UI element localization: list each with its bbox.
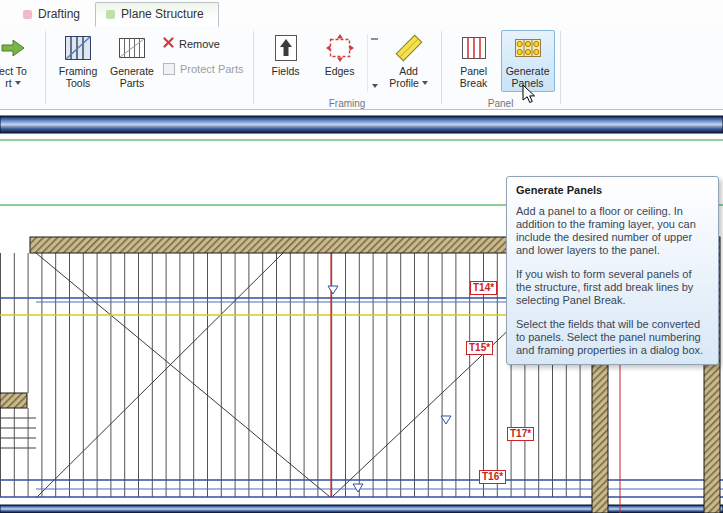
edges-label: Edges — [325, 66, 355, 78]
panel-tag-t14: T14* — [470, 281, 497, 295]
plane-structure-color-swatch — [106, 10, 115, 19]
tab-plane-structure[interactable]: Plane Structure — [95, 2, 219, 27]
framing-tools-label-2: Tools — [66, 78, 91, 90]
gallery-dash-icon — [371, 38, 378, 40]
group-framing: Fields Edges — [255, 27, 440, 110]
cutoff-button-line1: ect To — [0, 66, 27, 78]
panel-tag-t15: T15* — [466, 341, 493, 355]
drafting-color-swatch — [23, 10, 32, 19]
panel-tag-t16: T16* — [479, 470, 506, 484]
tooltip-title: Generate Panels — [516, 184, 709, 196]
add-profile-icon — [394, 33, 424, 63]
framing-tools-icon — [63, 33, 93, 63]
generate-parts-button[interactable]: Generate Parts — [105, 30, 159, 92]
bottom-beam-band — [0, 505, 723, 513]
panel-break-button[interactable]: Panel Break — [447, 30, 501, 92]
add-profile-caret-icon — [422, 81, 428, 85]
tab-plane-structure-label: Plane Structure — [121, 7, 204, 21]
group-framing-left: Framing Tools Generate — [47, 27, 252, 110]
generate-parts-icon — [117, 33, 147, 63]
tab-drafting-label: Drafting — [38, 7, 80, 21]
protect-parts-checkbox[interactable]: Protect Parts — [163, 61, 244, 76]
edges-button[interactable]: Edges — [313, 30, 367, 81]
panel-tag-t17: T17* — [507, 427, 534, 441]
generate-panels-icon — [513, 33, 543, 63]
joist-field-left-upper — [0, 253, 34, 393]
edges-gallery-more-button[interactable] — [367, 34, 382, 92]
cutoff-button-line2: rt — [5, 78, 11, 90]
generate-panels-tooltip: Generate Panels Add a panel to a floor o… — [506, 176, 719, 365]
drawing-canvas[interactable]: T14* T15* T17* T16* Generate Panels Add … — [0, 110, 723, 513]
checkbox-icon — [163, 63, 175, 75]
group-separator — [560, 31, 561, 104]
tooltip-paragraph-1: Add a panel to a floor or ceiling. In ad… — [516, 205, 709, 257]
add-profile-label-2: Profile — [389, 78, 419, 90]
wall-left-segment — [0, 393, 27, 408]
generate-parts-label-2: Parts — [120, 78, 145, 90]
remove-button[interactable]: Remove — [163, 36, 244, 51]
group-separator — [45, 31, 46, 104]
tab-drafting[interactable]: Drafting — [12, 2, 95, 27]
top-beam-band — [0, 116, 723, 133]
ribbon-tab-row: Drafting Plane Structure — [0, 0, 723, 27]
panel-group-label: Panel — [443, 98, 559, 109]
ribbon-body: ect To rt — [0, 27, 723, 110]
tooltip-paragraph-2: If you wish to form several panels of th… — [516, 268, 709, 307]
fields-button[interactable]: Fields — [259, 30, 313, 81]
group-panel: Panel Break — [443, 27, 559, 110]
generate-parts-label-1: Generate — [110, 66, 154, 78]
application-window: Drafting Plane Structure ect To — [0, 0, 723, 513]
panel-break-icon — [459, 33, 489, 63]
gallery-more-caret-icon — [372, 84, 378, 88]
ribbon: Drafting Plane Structure ect To — [0, 0, 723, 110]
group-separator — [253, 31, 254, 104]
tooltip-paragraph-3: Select the fields that will be converted… — [516, 318, 709, 357]
object-to-part-button[interactable]: ect To rt — [0, 30, 40, 92]
add-profile-label-1: Add — [399, 66, 418, 78]
panel-break-label-2: Break — [460, 78, 487, 90]
add-profile-button[interactable]: Add Profile — [382, 30, 436, 92]
convert-arrow-icon — [0, 33, 28, 63]
generate-panels-label-1: Generate — [506, 66, 550, 78]
mouse-cursor-icon — [522, 84, 536, 104]
framing-group-label: Framing — [255, 98, 440, 109]
fields-icon — [271, 33, 301, 63]
remove-icon — [163, 37, 174, 50]
remove-label: Remove — [179, 38, 220, 50]
joist-field-left-lower — [0, 408, 34, 497]
group-separator — [441, 31, 442, 104]
fields-label: Fields — [272, 66, 300, 78]
protect-parts-label: Protect Parts — [180, 63, 244, 75]
framing-tools-label-1: Framing — [59, 66, 98, 78]
group-cutoff: ect To rt — [0, 27, 44, 110]
dropdown-caret-icon — [15, 81, 21, 85]
small-button-column: Remove Protect Parts — [159, 30, 248, 76]
generate-panels-button[interactable]: Generate Panels — [501, 30, 555, 92]
edges-icon — [325, 33, 355, 63]
framing-tools-button[interactable]: Framing Tools — [51, 30, 105, 92]
panel-break-label-1: Panel — [460, 66, 487, 78]
